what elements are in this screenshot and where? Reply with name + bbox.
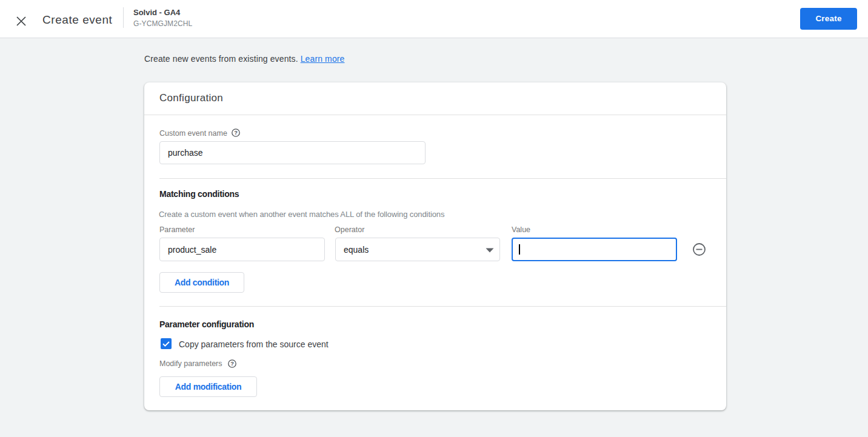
svg-text:?: ?	[234, 130, 238, 136]
svg-text:?: ?	[230, 361, 234, 367]
